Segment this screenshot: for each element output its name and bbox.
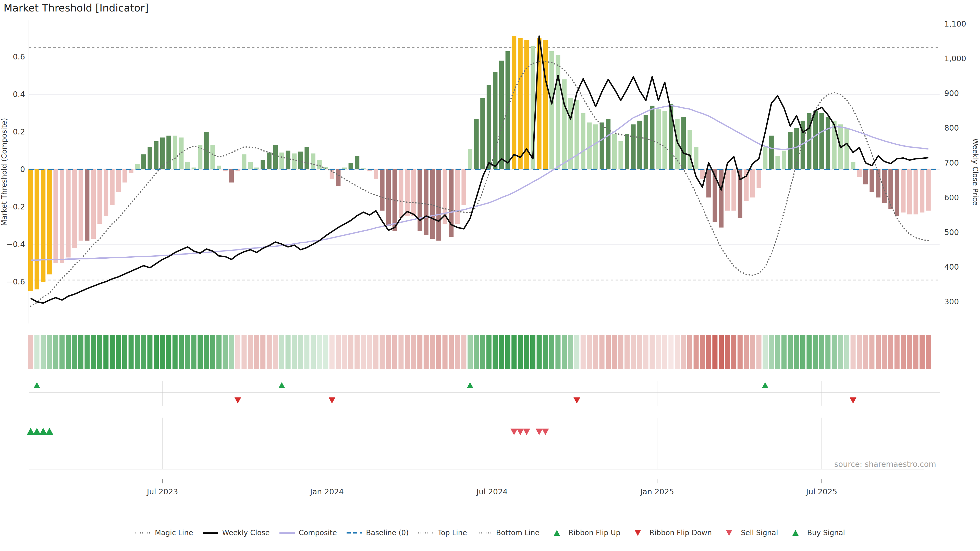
threshold-bar bbox=[606, 119, 611, 169]
ribbon-cell bbox=[110, 335, 115, 369]
threshold-bar bbox=[775, 156, 780, 169]
ribbon-cell bbox=[888, 335, 893, 369]
ribbon-flip-up-icon bbox=[34, 382, 40, 388]
threshold-bar bbox=[895, 169, 899, 216]
ribbon-cell bbox=[637, 335, 642, 369]
ribbon-cell bbox=[618, 335, 623, 369]
threshold-bar bbox=[66, 169, 71, 257]
ribbon-cell bbox=[807, 335, 811, 369]
ribbon-cell bbox=[84, 335, 89, 369]
legend-label: Magic Line bbox=[155, 529, 193, 537]
threshold-bar bbox=[681, 117, 686, 169]
ribbon-cell bbox=[405, 335, 410, 369]
threshold-bar bbox=[173, 136, 177, 169]
ribbon-cell bbox=[819, 335, 824, 369]
ribbon-cell bbox=[511, 335, 517, 369]
threshold-bar bbox=[870, 169, 874, 192]
buy-signal-icon bbox=[33, 428, 41, 435]
ribbon-cell bbox=[430, 335, 435, 369]
ribbon-cell bbox=[788, 335, 793, 369]
threshold-bar bbox=[386, 169, 391, 226]
threshold-bar bbox=[907, 169, 912, 214]
ribbon-cell bbox=[794, 335, 799, 369]
threshold-bar bbox=[292, 154, 297, 169]
legend-label: Ribbon Flip Down bbox=[649, 529, 712, 537]
threshold-bar bbox=[267, 152, 272, 169]
threshold-bar bbox=[185, 162, 190, 169]
ribbon-cell bbox=[267, 335, 272, 369]
threshold-bar bbox=[863, 169, 868, 184]
ribbon-cell bbox=[298, 335, 303, 369]
threshold-bar bbox=[374, 169, 378, 179]
ribbon-cell bbox=[122, 335, 127, 369]
ribbon-cell bbox=[210, 335, 215, 369]
threshold-bar bbox=[424, 169, 428, 235]
threshold-bar bbox=[79, 169, 83, 241]
legend: Magic LineWeekly CloseCompositeBaseline … bbox=[0, 529, 980, 537]
threshold-bar bbox=[506, 51, 510, 169]
threshold-bar bbox=[317, 160, 322, 169]
threshold-bar bbox=[757, 169, 761, 188]
legend-item: Top Line bbox=[418, 529, 467, 537]
threshold-bar bbox=[461, 169, 466, 205]
ribbon-cell bbox=[926, 335, 931, 369]
ribbon-cell bbox=[857, 335, 862, 369]
x-tick-label: Jul 2024 bbox=[476, 487, 508, 496]
right-tick-label: 500 bbox=[944, 228, 959, 237]
ribbon-cell bbox=[361, 335, 366, 369]
ribbon-cell bbox=[706, 335, 711, 369]
sell-signal-icon bbox=[542, 429, 549, 435]
threshold-bar bbox=[618, 141, 623, 169]
ribbon-cell bbox=[373, 335, 379, 369]
ribbon-cell bbox=[593, 335, 598, 369]
ribbon-cell bbox=[681, 335, 686, 369]
ribbon-cell bbox=[769, 335, 774, 369]
ribbon-cell bbox=[487, 335, 492, 369]
ribbon-cell bbox=[286, 335, 291, 369]
threshold-bar bbox=[555, 55, 560, 169]
threshold-bar bbox=[687, 130, 692, 169]
right-tick-label: 600 bbox=[944, 193, 959, 202]
threshold-bar bbox=[436, 169, 441, 241]
ribbon-cell bbox=[920, 335, 924, 369]
threshold-bar bbox=[562, 79, 566, 169]
ribbon-cell bbox=[549, 335, 554, 369]
ribbon-flip-down-icon bbox=[234, 397, 241, 403]
threshold-bar bbox=[336, 169, 340, 186]
ribbon-cell bbox=[41, 335, 46, 369]
ribbon-cell bbox=[216, 335, 221, 369]
ribbon-cell bbox=[524, 335, 529, 369]
ribbon-cell bbox=[380, 335, 385, 369]
threshold-bar bbox=[91, 169, 96, 239]
triangle-down-icon bbox=[721, 529, 737, 537]
ribbon-cell bbox=[625, 335, 630, 369]
ribbon-cell bbox=[907, 335, 912, 369]
ribbon-cell bbox=[649, 335, 655, 369]
threshold-bar bbox=[738, 169, 742, 218]
ribbon-cell bbox=[844, 335, 850, 369]
ribbon-cell bbox=[172, 335, 178, 369]
ribbon-flip-up-markers bbox=[34, 382, 769, 388]
threshold-bar bbox=[417, 169, 422, 231]
triangle-down-icon bbox=[630, 529, 646, 537]
legend-label: Baseline (0) bbox=[366, 529, 409, 537]
threshold-bar bbox=[901, 169, 905, 213]
threshold-bar bbox=[518, 38, 523, 170]
threshold-bar bbox=[455, 169, 460, 224]
ribbon-flip-down-markers bbox=[234, 397, 856, 403]
ribbon-cell bbox=[59, 335, 65, 369]
legend-item: Magic Line bbox=[135, 529, 193, 537]
threshold-bar bbox=[914, 169, 918, 214]
threshold-bar bbox=[581, 113, 585, 170]
ribbon-cell bbox=[411, 335, 416, 369]
threshold-bar bbox=[574, 100, 579, 169]
ribbon-cell bbox=[800, 335, 805, 369]
threshold-bar bbox=[656, 110, 661, 169]
x-tick-label: Jul 2023 bbox=[146, 487, 178, 496]
ribbon-cell bbox=[731, 335, 736, 369]
right-tick-label: 400 bbox=[944, 262, 959, 272]
ribbon-cell bbox=[53, 335, 58, 369]
threshold-bar bbox=[719, 169, 724, 227]
buy-signal-icon bbox=[27, 428, 35, 435]
panel-gridlines bbox=[162, 381, 822, 469]
